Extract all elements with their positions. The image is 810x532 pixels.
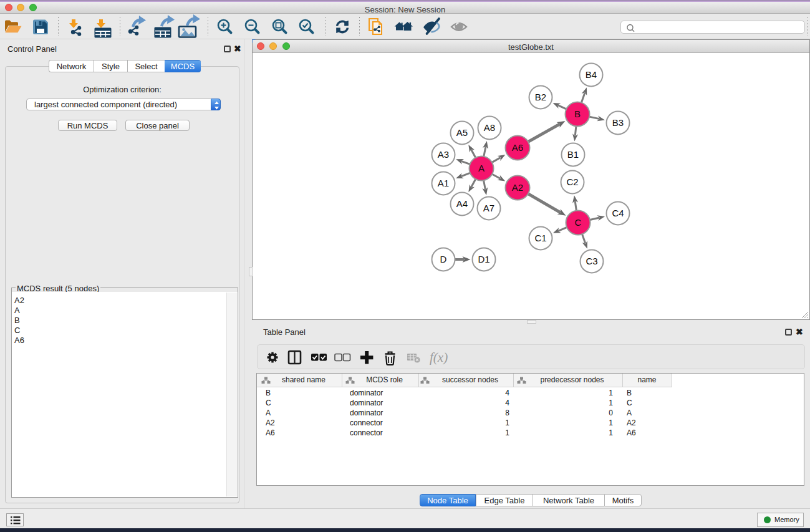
svg-text:C1: C1 [534,233,546,243]
svg-text:B1: B1 [567,149,579,160]
svg-text:A6: A6 [512,142,523,153]
svg-text:A2: A2 [512,182,523,193]
svg-text:B2: B2 [535,92,546,102]
svg-text:D: D [440,254,447,264]
svg-text:A4: A4 [456,198,468,209]
svg-text:A: A [478,163,485,173]
svg-text:A7: A7 [483,203,494,213]
svg-text:B3: B3 [612,117,624,128]
svg-text:B4: B4 [586,69,597,80]
svg-text:C4: C4 [612,208,624,218]
svg-text:C2: C2 [566,177,578,187]
svg-text:A8: A8 [484,122,495,133]
svg-text:C3: C3 [586,256,597,266]
svg-text:A3: A3 [438,149,449,160]
svg-text:f(x): f(x) [430,350,448,365]
svg-text:C: C [575,217,582,228]
svg-text:A5: A5 [456,127,468,138]
svg-text:A1: A1 [438,178,449,188]
svg-text:B: B [574,109,581,119]
svg-text:D1: D1 [478,254,489,264]
